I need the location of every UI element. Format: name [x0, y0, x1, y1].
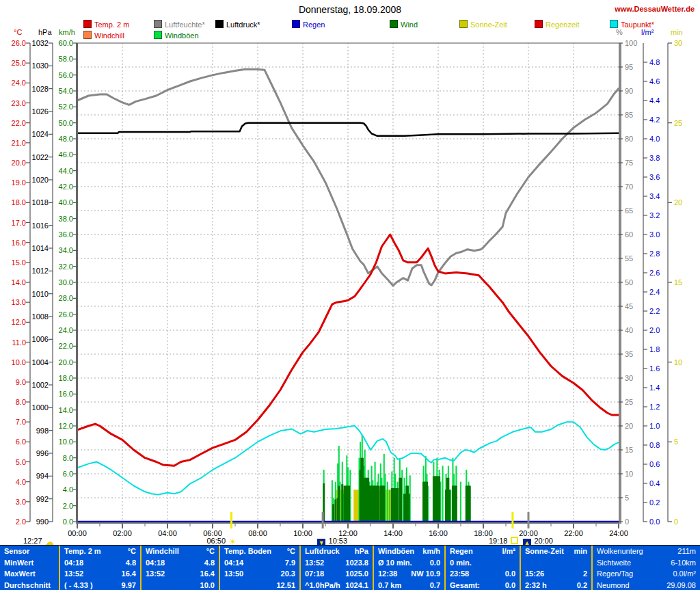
table-row: 2:32 h0.2: [521, 580, 591, 590]
rain-axis-tick-label: 2.8: [649, 250, 660, 258]
series-windb-en-bar: [389, 490, 390, 522]
table-row: ^1.0hPa/h1024.1: [301, 580, 373, 590]
wind-axis-tick-label: 16.0: [59, 390, 73, 398]
table-cell: Regen: [450, 546, 473, 557]
humidity-axis-tick-label: 0: [625, 518, 629, 526]
table-cell: 0.0: [505, 580, 515, 590]
humidity-axis-tick-label: 5: [625, 494, 629, 502]
table-group-temp-boden: Temp. Boden°C04:147.913:5020.312.51: [220, 546, 301, 590]
table-cell: 211m: [677, 546, 696, 557]
table-row: Gesamt:0.0: [446, 580, 520, 590]
rain-axis-tick-label: 1.2: [649, 403, 660, 411]
temp-axis-tick-label: 6.0: [16, 438, 26, 446]
pressure-axis-tick-label: 990: [36, 518, 49, 526]
series-wind-bar: [438, 477, 440, 522]
temp-axis-tick-label: 24.0: [12, 79, 26, 87]
table-cell: 04:18: [64, 557, 83, 569]
table-row: 13:521023.8: [301, 557, 373, 569]
wind-axis-tick-label: 48.0: [59, 135, 73, 143]
temp-axis-tick-label: 22.0: [12, 119, 26, 127]
table-header-row: Regenl/m²: [446, 546, 520, 557]
temp-axis-tick-label: 7.0: [16, 418, 26, 426]
series-wind-bar: [408, 494, 410, 522]
event-tick: [511, 512, 513, 528]
sun-axis-tick-label: 30: [674, 39, 682, 47]
table-group-windb-en: Windböenkm/hØ 10 min.0.012:38NW 10.90.7 …: [374, 546, 446, 590]
wind-axis-tick-label: 20.0: [59, 358, 73, 366]
table-row: 04:147.9: [220, 557, 299, 569]
rain-axis-tick-label: 3.8: [649, 154, 660, 162]
table-cell: 9.97: [122, 580, 136, 590]
humidity-axis-tick-label: 55: [625, 254, 633, 263]
wind-axis-tick-label: 32.0: [59, 263, 73, 271]
pressure-axis-tick-label: 998: [36, 427, 49, 435]
pressure-axis-tick-label: 1002: [32, 381, 49, 389]
sun-axis-tick-label: 5: [674, 438, 678, 446]
series-wind-bar: [332, 504, 334, 522]
table-cell: 13:50: [224, 568, 243, 580]
table-cell: 2:32 h: [525, 580, 547, 590]
humidity-axis-tick-label: 35: [625, 350, 633, 358]
series-wind-bar: [448, 490, 450, 522]
table-cell: Windböen: [378, 546, 414, 557]
humidity-axis-tick-label: 45: [625, 302, 633, 310]
rain-axis-tick-label: 1.0: [649, 422, 660, 430]
wind-axis-tick-label: 8.0: [63, 454, 73, 462]
table-cell: 15:26: [525, 568, 544, 580]
rain-axis-tick-label: 4.0: [649, 135, 660, 143]
table-group-sensor: SensorMinWertMaxWertDurchschnitt: [0, 546, 60, 590]
series-wind-bar: [348, 486, 350, 522]
temp-axis-tick-label: 9.0: [16, 378, 26, 386]
table-cell: 0.0l/m²: [673, 568, 696, 580]
table-cell: Temp. 2 m: [64, 546, 101, 557]
table-cell: Ø 10 min.: [378, 557, 412, 569]
table-cell: 12:38: [378, 568, 397, 580]
humidity-axis-tick-label: 10: [625, 470, 633, 478]
table-row: 23:580.0: [446, 568, 520, 580]
wind-axis-tick-label: 54.0: [59, 87, 73, 95]
series-wind-bar: [400, 478, 402, 522]
pressure-axis-tick-label: 1022: [32, 153, 49, 161]
table-cell: min: [574, 546, 587, 557]
table-row: ( - 4.33 )9.97: [60, 580, 140, 590]
table-cell: 10.0: [200, 580, 215, 590]
rain-axis-tick-label: 3.2: [649, 211, 660, 219]
table-header-row: Windböenkm/h: [374, 546, 444, 557]
stats-table: SensorMinWertMaxWertDurchschnittTemp. 2 …: [0, 545, 700, 590]
table-row: 13:5216.4: [142, 568, 219, 580]
sun-moon-marker-row: 12:27 ☁06:50 ☀▼ 10:5319:18 ▲ 20:00: [0, 534, 700, 545]
table-cell: 20.3: [281, 568, 295, 580]
pressure-axis-tick-label: 1016: [32, 222, 49, 230]
table-cell: 1025.0: [345, 568, 368, 580]
wind-axis-tick-label: 34.0: [59, 246, 73, 254]
table-row: 12.51: [220, 580, 299, 590]
table-row: 0 min.: [446, 557, 520, 569]
humidity-axis-tick-label: 25: [625, 398, 633, 406]
pressure-axis-tick-label: 1032: [32, 39, 49, 47]
table-group-wolkenunterg: Wolkenunterg211mSichtweite6-10kmRegen/Ta…: [593, 546, 700, 590]
table-cell: Sichtweite: [597, 557, 631, 569]
table-row: MinWert: [0, 557, 59, 569]
humidity-axis-tick-label: 20: [625, 422, 633, 430]
table-group-luftdruck: LuftdruckhPa13:521023.807:181025.0^1.0hP…: [301, 546, 374, 590]
table-cell: 2: [583, 568, 587, 580]
table-cell: 0.0: [505, 568, 515, 580]
table-cell: ( - 4.33 ): [64, 580, 93, 590]
pressure-axis-tick-label: 1024: [32, 130, 49, 138]
temp-axis-tick-label: 16.0: [12, 239, 26, 247]
temp-axis-tick-label: 21.0: [12, 139, 26, 147]
temp-axis-tick-label: 14.0: [12, 278, 26, 286]
wind-axis-tick-label: 28.0: [59, 294, 73, 302]
table-cell: Windchill: [146, 546, 179, 557]
rain-axis-tick-label: 1.4: [649, 384, 660, 392]
humidity-axis-tick-label: 30: [625, 374, 633, 382]
pressure-axis-tick-label: 1018: [32, 198, 49, 206]
table-cell: 12.51: [276, 580, 295, 590]
event-marker-time: 12:27: [23, 537, 42, 545]
event-marker-time: 10:53: [329, 537, 348, 545]
wind-axis-tick-label: 46.0: [59, 150, 73, 159]
rain-axis-tick-label: 1.8: [649, 345, 660, 353]
series-wind-bar: [338, 486, 340, 522]
humidity-axis-tick-label: 50: [625, 278, 633, 286]
pressure-axis-tick-label: 1004: [32, 358, 49, 366]
